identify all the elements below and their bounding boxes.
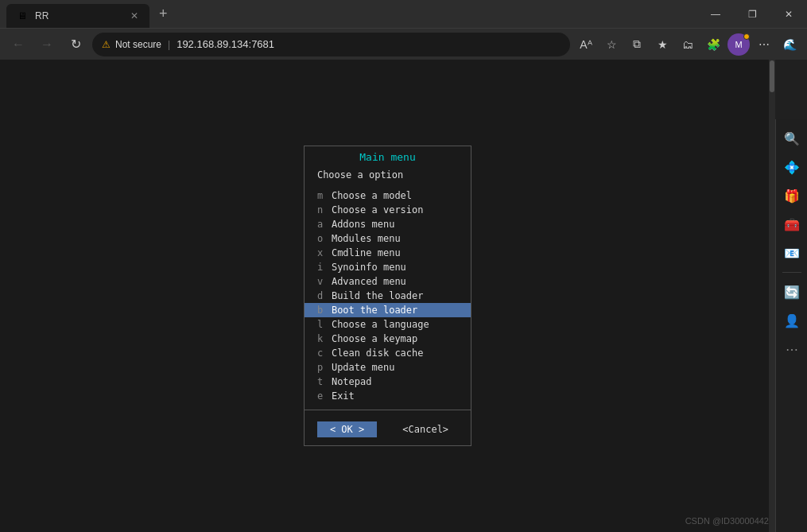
menu-label: Choose a keymap [332,333,417,344]
menu-key: n [317,204,327,216]
dialog-title: Main menu [305,146,471,168]
menu-key: o [317,233,327,244]
scrollbar[interactable] [769,60,775,532]
sidebar-divider [782,272,801,273]
menu-key: m [317,190,327,201]
content-area: RR v23.11.2 DS918+ 7.2(no build) 1910PDN… [0,60,807,532]
sidebar-mail-icon[interactable]: 📧 [779,240,805,266]
tab-icon: 🖥 [17,10,29,21]
forward-button[interactable]: → [35,33,59,56]
terminal-background: Main menu Choose a option mChoose a mode… [0,60,775,532]
extensions-button[interactable]: 🧩 [702,33,724,56]
window-controls: — ❐ ✕ [697,0,807,28]
sidebar-more-icon[interactable]: ⋯ [779,336,805,362]
menu-key: i [317,262,327,273]
sidebar-user-icon[interactable]: 👤 [779,308,805,333]
scroll-thumb[interactable] [770,60,774,92]
menu-item-e[interactable]: eExit [305,389,471,403]
menu-label: Build the loader [332,290,424,301]
tab-label: RR [35,10,124,21]
dialog-divider [305,410,471,410]
menu-label: Update menu [332,362,394,373]
menu-label: Notepad [332,376,372,387]
menu-label: Modules menu [332,233,401,244]
menu-label: Clean disk cache [332,348,424,359]
dialog-subtitle: Choose a option [305,168,471,185]
menu-label: Boot the loader [332,305,417,316]
menu-item-c[interactable]: cClean disk cache [305,346,471,360]
url-text: 192.168.89.134:7681 [177,38,561,50]
menu-key: b [317,305,327,316]
split-view-button[interactable]: ⧉ [626,33,648,56]
sidebar-extensions-icon[interactable]: 🎁 [779,183,805,208]
sidebar-favorites-icon[interactable]: 💠 [779,154,805,180]
menu-label: Advanced menu [332,276,406,287]
nav-action-buttons: Aᴬ ☆ ⧉ ★ 🗂 🧩 M ⋯ 🌊 [575,33,801,56]
menu-item-o[interactable]: oModules menu [305,231,471,246]
menu-key: t [317,376,327,387]
menu-item-v[interactable]: vAdvanced menu [305,274,471,289]
menu-key: e [317,390,327,402]
menu-label: Exit [332,390,355,402]
menu-list: mChoose a modelnChoose a versionaAddons … [305,185,471,406]
menu-item-l[interactable]: lChoose a language [305,317,471,332]
menu-key: v [317,276,327,287]
favorites-button[interactable]: ★ [651,33,673,56]
profile-notification-dot [743,33,750,40]
menu-label: Choose a model [332,190,412,201]
ok-button[interactable]: < OK > [317,421,377,437]
menu-item-a[interactable]: aAddons menu [305,217,471,231]
sidebar-tools-icon[interactable]: 🧰 [779,212,805,237]
menu-key: k [317,333,327,344]
watermark: CSDN @ID30000442 [685,516,769,526]
edge-button[interactable]: 🌊 [778,33,801,56]
menu-item-n[interactable]: nChoose a version [305,203,471,217]
profile-button[interactable]: M [727,33,750,56]
security-label: Not secure [115,39,161,50]
side-panel: 🔍 💠 🎁 🧰 📧 🔄 👤 ⋯ + 💙 [775,119,807,532]
sidebar-search-icon[interactable]: 🔍 [779,126,805,151]
menu-key: c [317,348,327,359]
dialog-buttons: < OK > <Cancel> [305,414,471,445]
menu-label: Choose a language [332,319,429,330]
browser-tab[interactable]: 🖥 RR ✕ [6,4,149,28]
menu-key: p [317,362,327,373]
bookmark-star-button[interactable]: ☆ [600,33,623,56]
address-bar[interactable]: ⚠ Not secure | 192.168.89.134:7681 [92,33,570,56]
font-size-button[interactable]: Aᴬ [575,33,597,56]
nav-bar: ← → ↻ ⚠ Not secure | 192.168.89.134:7681… [0,28,807,60]
menu-label: Choose a version [332,204,424,216]
menu-key: d [317,290,327,301]
menu-item-m[interactable]: mChoose a model [305,188,471,203]
browser-chrome: 🖥 RR ✕ + — ❐ ✕ ← → ↻ ⚠ Not secure | 192.… [0,0,807,60]
sidebar-sync-icon[interactable]: 🔄 [779,279,805,305]
main-menu-dialog: Main menu Choose a option mChoose a mode… [304,146,471,446]
menu-item-p[interactable]: pUpdate menu [305,360,471,375]
terminal-area: RR v23.11.2 DS918+ 7.2(no build) 1910PDN… [0,60,775,532]
minimize-button[interactable]: — [697,0,734,28]
tab-close-button[interactable]: ✕ [130,10,138,21]
more-button[interactable]: ⋯ [753,33,775,56]
menu-label: Addons menu [332,219,394,230]
menu-key: a [317,219,327,230]
menu-label: Synoinfo menu [332,262,406,273]
menu-item-d[interactable]: dBuild the loader [305,289,471,303]
refresh-button[interactable]: ↻ [64,33,87,56]
menu-item-i[interactable]: iSynoinfo menu [305,260,471,274]
cancel-button[interactable]: <Cancel> [393,421,458,437]
menu-item-k[interactable]: kChoose a keymap [305,332,471,346]
menu-key: l [317,319,327,330]
menu-item-t[interactable]: tNotepad [305,375,471,389]
menu-key: x [317,247,327,258]
menu-item-b[interactable]: bBoot the loader [305,303,471,317]
back-button[interactable]: ← [6,33,30,56]
menu-label: Cmdline menu [332,247,401,258]
restore-button[interactable]: ❐ [734,0,770,28]
close-button[interactable]: ✕ [770,0,807,28]
security-icon: ⚠ [102,39,111,50]
new-tab-button[interactable]: + [153,0,174,28]
collections-button[interactable]: 🗂 [677,33,699,56]
menu-item-x[interactable]: xCmdline menu [305,246,471,260]
